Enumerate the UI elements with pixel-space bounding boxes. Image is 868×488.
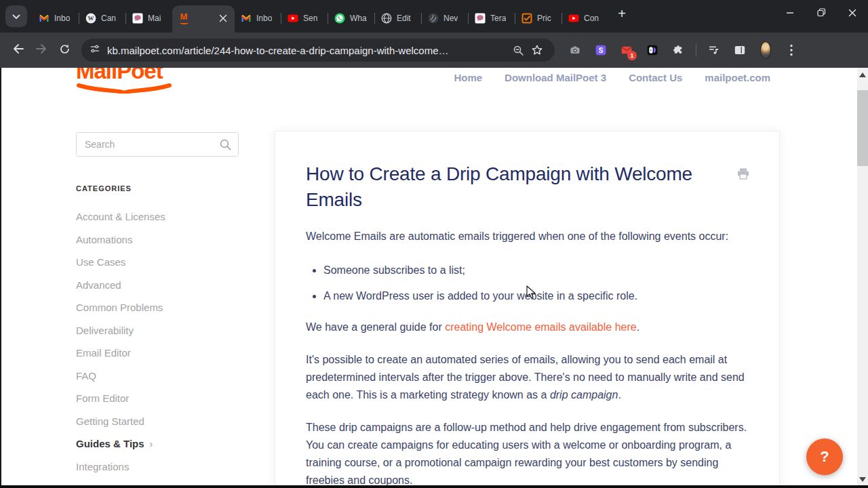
sidebar-item-label: Getting Started xyxy=(76,415,144,427)
wordpress-icon: W xyxy=(85,13,96,24)
chevron-right-icon: › xyxy=(150,439,153,449)
article-paragraph: These drip campaigns are a follow-up met… xyxy=(306,419,749,488)
sidebar-item-label: Deliverability xyxy=(76,325,134,336)
nav-link-home[interactable]: Home xyxy=(454,72,482,83)
bullet-item: Someone subscribes to a list; xyxy=(323,263,749,278)
mailpoet-logo[interactable]: MailPoet xyxy=(76,68,172,94)
extensions-menu[interactable] xyxy=(667,39,689,61)
tab[interactable]: Pric xyxy=(515,7,561,30)
tab-title: Mai xyxy=(148,14,161,23)
text-segment: We have a general guide for xyxy=(306,321,445,333)
media-controls-button[interactable] xyxy=(703,39,725,61)
tab[interactable]: Inbo xyxy=(33,7,79,30)
web-page: MailPoet HomeDownload MailPoet 3Contact … xyxy=(0,68,868,488)
forward-button[interactable] xyxy=(30,39,53,62)
side-panel-icon xyxy=(734,45,745,56)
avatar xyxy=(760,45,771,56)
nav-link-download-mailpoet-3[interactable]: Download MailPoet 3 xyxy=(505,72,606,83)
article-intro: Welcome Emails are automatic emails trig… xyxy=(306,228,749,245)
tab[interactable]: Con xyxy=(562,7,608,30)
bookmark-star-icon[interactable] xyxy=(528,41,547,60)
text-segment: . xyxy=(637,321,639,333)
side-panel-button[interactable] xyxy=(729,39,751,61)
tab[interactable]: Edit xyxy=(375,7,421,30)
new-tab-button[interactable]: + xyxy=(612,5,631,24)
tab-close-icon[interactable] xyxy=(218,14,229,24)
scroll-thumb[interactable] xyxy=(857,90,868,166)
globe-icon xyxy=(381,13,392,24)
sidebar-item-integrations[interactable]: Integrations xyxy=(76,455,239,479)
tab[interactable]: WCan xyxy=(79,7,125,30)
stylus-extension[interactable]: S xyxy=(590,39,612,61)
tab[interactable]: Mai xyxy=(126,7,172,30)
text-segment: . xyxy=(618,389,620,401)
sidebar-item-guides-tips[interactable]: Guides & Tips› xyxy=(76,432,239,455)
sidebar-item-label: FAQ xyxy=(76,370,96,382)
tab-title: Con xyxy=(584,14,599,23)
reload-button[interactable] xyxy=(53,39,76,62)
help-button[interactable]: ? xyxy=(806,439,843,475)
tab-active[interactable]: M xyxy=(172,5,235,33)
zoom-out-icon[interactable] xyxy=(509,41,528,60)
inline-link[interactable]: creating Welcome emails available here xyxy=(445,321,637,333)
youtube-icon xyxy=(568,13,579,24)
media-controls-icon xyxy=(709,45,719,56)
address-bar[interactable]: kb.mailpoet.com/article/244-how-to-creat… xyxy=(81,39,555,62)
site-info-icon[interactable] xyxy=(90,43,100,57)
sidebar-item-getting-started[interactable]: Getting Started xyxy=(76,410,239,433)
sidebar-item-account-licenses[interactable]: Account & Licenses xyxy=(76,205,239,228)
toolbar-divider xyxy=(696,43,696,57)
nav-link-mailpoet-com[interactable]: mailpoet.com xyxy=(705,72,770,83)
search-icon[interactable] xyxy=(219,138,232,154)
print-icon[interactable] xyxy=(737,168,749,182)
recorder-extension[interactable] xyxy=(642,39,663,61)
sidebar-item-advanced[interactable]: Advanced xyxy=(76,274,239,297)
tab-strip: InboWCanMaiMInboSenWhaEditNevTeraPricCon xyxy=(33,0,608,33)
mailpoet-icon: M xyxy=(178,14,189,24)
article-paragraph: It's possible to create an automated ser… xyxy=(306,351,749,404)
minimize-button[interactable] xyxy=(774,0,806,27)
close-button[interactable] xyxy=(837,0,868,27)
sidebar-item-use-cases[interactable]: Use Cases xyxy=(76,251,239,274)
logo-swoosh-icon xyxy=(76,83,172,94)
tab[interactable]: Tera xyxy=(469,7,515,30)
tab-title: Inbo xyxy=(256,14,272,23)
sidebar-item-form-editor[interactable]: Form Editor xyxy=(76,387,239,410)
sidebar-item-email-editor[interactable]: Email Editor xyxy=(76,342,239,365)
extension-badge: 1 xyxy=(627,51,637,60)
article-title: How to Create a Drip Campaign with Welco… xyxy=(306,161,728,213)
mail-checker-extension[interactable]: 1 xyxy=(616,39,637,61)
site-nav: HomeDownload MailPoet 3Contact Usmailpoe… xyxy=(454,72,770,83)
dark-globe-icon xyxy=(428,13,439,24)
url-text[interactable]: kb.mailpoet.com/article/244-how-to-creat… xyxy=(107,45,509,56)
puzzle-icon xyxy=(673,45,684,56)
sidebar-item-automations[interactable]: Automations xyxy=(76,228,239,251)
tab[interactable]: Sen xyxy=(281,7,328,30)
browser-menu-button[interactable] xyxy=(781,39,802,61)
sidebar-item-label: Automations xyxy=(76,234,132,245)
tab[interactable]: Nev xyxy=(422,7,468,30)
browser-window: InboWCanMaiMInboSenWhaEditNevTeraPricCon… xyxy=(0,0,868,488)
close-icon xyxy=(848,7,856,20)
screenshot-extension[interactable] xyxy=(564,39,586,61)
scroll-down-arrow[interactable] xyxy=(859,477,866,482)
tab[interactable]: Inbo xyxy=(235,7,281,30)
back-button[interactable] xyxy=(7,39,30,62)
nav-link-contact-us[interactable]: Contact Us xyxy=(629,72,682,83)
tab-title: Can xyxy=(101,14,116,23)
restore-button[interactable] xyxy=(806,0,837,27)
tab-search-button[interactable] xyxy=(5,5,27,27)
categories-label: CATEGORIES xyxy=(76,184,239,192)
sidebar-item-common-problems[interactable]: Common Problems xyxy=(76,296,239,319)
tab[interactable]: Wha xyxy=(328,7,374,30)
text-segment: These drip campaigns are a follow-up met… xyxy=(306,422,747,486)
sidebar-item-label: Email Editor xyxy=(76,347,131,359)
sidebar-item-faq[interactable]: FAQ xyxy=(76,365,239,388)
category-list: Account & LicensesAutomationsUse CasesAd… xyxy=(76,205,239,488)
profile-avatar[interactable] xyxy=(755,39,776,61)
tab-title: Tera xyxy=(490,14,506,23)
scroll-up-arrow[interactable] xyxy=(859,73,866,77)
search-input[interactable] xyxy=(77,133,238,156)
sidebar-item-deliverability[interactable]: Deliverability xyxy=(76,319,239,342)
forward-arrow-icon xyxy=(35,43,47,57)
